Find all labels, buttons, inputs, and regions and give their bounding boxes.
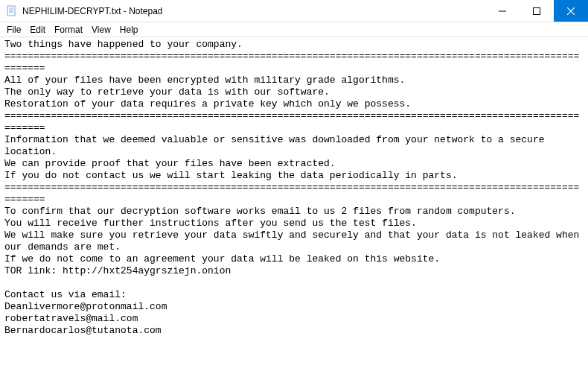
menubar: File Edit Format View Help bbox=[0, 22, 588, 37]
menu-view[interactable]: View bbox=[88, 23, 115, 37]
minimize-button[interactable] bbox=[485, 0, 520, 22]
menu-help[interactable]: Help bbox=[116, 23, 142, 37]
menu-file[interactable]: File bbox=[3, 23, 25, 37]
menu-edit[interactable]: Edit bbox=[26, 23, 49, 37]
text-area[interactable]: Two things have happened to your company… bbox=[0, 37, 588, 380]
svg-rect-0 bbox=[7, 6, 15, 16]
window-title: NEPHILIM-DECRYPT.txt - Notepad bbox=[22, 6, 485, 16]
maximize-button[interactable] bbox=[520, 0, 554, 22]
titlebar: NEPHILIM-DECRYPT.txt - Notepad bbox=[0, 0, 588, 22]
menu-format[interactable]: Format bbox=[51, 23, 86, 37]
svg-rect-6 bbox=[534, 7, 540, 14]
window-controls bbox=[485, 0, 588, 22]
close-button[interactable] bbox=[554, 0, 588, 22]
notepad-icon bbox=[6, 5, 18, 17]
